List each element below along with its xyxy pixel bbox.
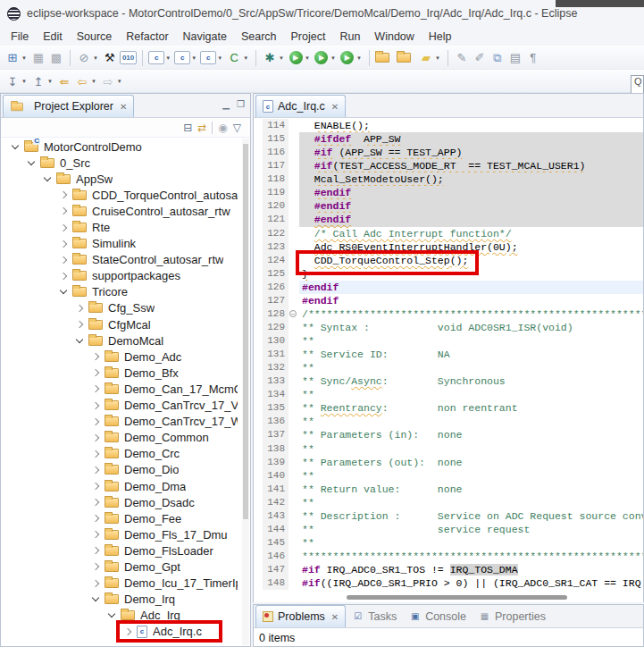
tree-item-rte[interactable]: Rte bbox=[2, 219, 238, 235]
tree-item-demo-fls-17-dmu[interactable]: Demo_Fls_17_Dmu bbox=[2, 526, 238, 542]
new-cpp-source-file-icon[interactable]: c bbox=[174, 51, 190, 64]
annotate-icon[interactable]: ✐ bbox=[472, 49, 488, 67]
marker-pen-icon[interactable]: ▰ bbox=[418, 49, 434, 67]
code-line-143[interactable]: 143** Description : Service on ADC Reque… bbox=[254, 509, 643, 523]
tree-item-demo-dio[interactable]: Demo_Dio bbox=[2, 462, 238, 478]
new-c-source-file-icon-dropdown[interactable]: ▼ bbox=[165, 55, 171, 61]
code-line-131[interactable]: 131** Service ID: NA bbox=[254, 348, 643, 361]
chevron-right-icon[interactable] bbox=[60, 256, 67, 263]
chevron-down-icon[interactable] bbox=[60, 287, 67, 294]
tree-item-demo-irq[interactable]: Demo_Irq bbox=[2, 592, 238, 608]
next-annotation-icon-dropdown[interactable]: ▼ bbox=[21, 79, 27, 84]
new-c-project-icon[interactable]: c bbox=[200, 51, 216, 64]
code-line-137[interactable]: 137** Parameters (in): none bbox=[254, 428, 643, 441]
marker-pen-icon-dropdown[interactable]: ▼ bbox=[435, 55, 440, 61]
tab-adc-irq-c[interactable]: c Adc_Irq.c ✕ bbox=[255, 95, 346, 117]
tab-properties[interactable]: ▦Properties bbox=[473, 605, 552, 627]
tree-item-cfg-ssw[interactable]: Cfg_Ssw bbox=[2, 300, 238, 316]
menu-project[interactable]: Project bbox=[284, 29, 333, 45]
back-icon[interactable]: ⇦ bbox=[74, 72, 90, 90]
chevron-right-icon[interactable] bbox=[60, 273, 67, 280]
code-line-133[interactable]: 133** Sync/Async: Synchronous bbox=[254, 374, 643, 388]
tab-console[interactable]: ▣Console bbox=[403, 605, 473, 627]
code-line-135[interactable]: 135** Reentrancy: non reentrant bbox=[254, 401, 643, 415]
chevron-right-icon[interactable] bbox=[60, 239, 67, 247]
forward-icon-dropdown[interactable]: ▼ bbox=[117, 79, 122, 84]
menu-window[interactable]: Window bbox=[367, 29, 421, 45]
code-line-132[interactable]: 132** bbox=[254, 361, 643, 374]
tree-item-0-src[interactable]: 0_Src bbox=[2, 155, 238, 171]
tree-item-supportpackages[interactable]: supportpackages bbox=[2, 268, 238, 284]
c-launch-icon-dropdown[interactable]: ▼ bbox=[243, 55, 248, 61]
tree-item-demo-flsloader[interactable]: Demo_FlsLoader bbox=[2, 542, 238, 559]
code-line-130[interactable]: 130** bbox=[254, 334, 643, 348]
chevron-right-icon[interactable] bbox=[92, 450, 99, 458]
tree-item-demo-dsadc[interactable]: Demo_Dsadc bbox=[2, 494, 238, 510]
chevron-right-icon[interactable] bbox=[92, 353, 99, 360]
chevron-right-icon[interactable] bbox=[92, 579, 99, 586]
back-icon-dropdown[interactable]: ▼ bbox=[91, 79, 96, 84]
code-line-134[interactable]: 134** bbox=[254, 388, 643, 401]
code-line-118[interactable]: 118 Mcal_SetModetoUser(); bbox=[254, 172, 643, 186]
code-line-114[interactable]: 114 ENABLE(); bbox=[254, 119, 643, 132]
debug-icon-dropdown[interactable]: ▼ bbox=[279, 55, 284, 61]
save-all-icon[interactable]: ▩ bbox=[48, 49, 64, 67]
chevron-right-icon[interactable] bbox=[76, 305, 83, 312]
menu-refactor[interactable]: Refactor bbox=[119, 29, 175, 45]
chevron-right-icon[interactable] bbox=[60, 223, 67, 231]
link-with-editor-icon[interactable]: ⇄ bbox=[197, 122, 206, 134]
menu-source[interactable]: Source bbox=[70, 29, 120, 45]
code-line-121[interactable]: 121 #endif bbox=[254, 213, 643, 226]
tree-item-cfgmcal[interactable]: CfgMcal bbox=[2, 316, 238, 332]
code-line-127[interactable]: 127#endif bbox=[254, 294, 643, 307]
tree-item-demo-cantrcv-17-v9[interactable]: Demo_CanTrcv_17_V9 bbox=[2, 398, 238, 414]
previous-annotation-icon[interactable]: ↥ bbox=[30, 72, 46, 90]
show-whitespace-icon[interactable]: ¶ bbox=[525, 49, 541, 67]
tree-item-tricore[interactable]: Tricore bbox=[2, 284, 238, 300]
tree-item-appsw[interactable]: AppSw bbox=[2, 171, 238, 187]
previous-annotation-icon-dropdown[interactable]: ▼ bbox=[47, 79, 53, 84]
chevron-right-icon[interactable] bbox=[92, 369, 99, 376]
new-cpp-source-file-icon-dropdown[interactable]: ▼ bbox=[191, 55, 197, 61]
fold-collapse-icon[interactable]: – bbox=[289, 310, 297, 317]
run-icon[interactable]: ▶ bbox=[288, 49, 304, 67]
tab-tasks[interactable]: ☑Tasks bbox=[346, 605, 403, 627]
code-line-146[interactable]: 146*************************************… bbox=[254, 550, 643, 563]
code-line-139[interactable]: 139** Parameters (out): none bbox=[254, 456, 643, 469]
view-menu-icon[interactable]: ▽ bbox=[233, 122, 241, 134]
code-line-117[interactable]: 117 #if(TEST_ACCESS_MODE_RT == TEST_MCAL… bbox=[254, 159, 643, 172]
tree-item-demo-dma[interactable]: Demo_Dma bbox=[2, 478, 238, 494]
report-page-icon[interactable]: ▤ bbox=[507, 49, 523, 67]
code-line-129[interactable]: 129** Syntax : void ADC0SR1_ISR(void) bbox=[254, 321, 643, 334]
compare-pages-icon[interactable]: ⧉ bbox=[489, 49, 506, 67]
next-annotation-icon[interactable]: ↧ bbox=[4, 72, 21, 90]
skip-breakpoints-icon-dropdown[interactable]: ▼ bbox=[93, 55, 98, 61]
tree-item-demo-bfx[interactable]: Demo_Bfx bbox=[2, 365, 238, 381]
chevron-right-icon[interactable] bbox=[92, 483, 99, 490]
collapse-all-icon[interactable]: ⊟ bbox=[183, 122, 192, 134]
new-c-project-icon-dropdown[interactable]: ▼ bbox=[217, 55, 222, 61]
code-line-140[interactable]: 140** bbox=[254, 469, 643, 483]
tree-item-demo-adc[interactable]: Demo_Adc bbox=[2, 349, 238, 365]
tree-item-demo-crc[interactable]: Demo_Crc bbox=[2, 446, 238, 462]
menu-help[interactable]: Help bbox=[422, 29, 459, 45]
chevron-right-icon[interactable] bbox=[92, 385, 99, 392]
build-icon[interactable]: ⚒ bbox=[102, 49, 118, 67]
editor-horizontal-scrollbar[interactable] bbox=[299, 593, 634, 601]
skip-breakpoints-icon[interactable]: ⊘ bbox=[76, 49, 92, 67]
close-icon[interactable]: ✕ bbox=[120, 102, 127, 112]
menu-edit[interactable]: Edit bbox=[36, 29, 70, 45]
tree-item-demo-icu-17-timerip[interactable]: Demo_Icu_17_TimerIp bbox=[2, 576, 238, 592]
menu-file[interactable]: File bbox=[4, 29, 36, 45]
tree-item-statecontrol-autosar-rtw[interactable]: StateControl_autosar_rtw bbox=[2, 252, 238, 268]
new-c-source-file-icon[interactable]: c bbox=[148, 51, 164, 64]
tree-item-motorcontroldemo[interactable]: CMotorControlDemo bbox=[2, 139, 238, 155]
chevron-right-icon[interactable] bbox=[92, 401, 99, 408]
tree-item-cdd-torquecontrol-autosar-[interactable]: CDD_TorqueControl_autosar_ bbox=[2, 187, 238, 203]
menu-run[interactable]: Run bbox=[332, 29, 367, 45]
close-icon[interactable]: ✕ bbox=[331, 102, 339, 112]
code-line-115[interactable]: 115 #ifdef APP_SW bbox=[254, 132, 643, 146]
chevron-right-icon[interactable] bbox=[92, 563, 99, 570]
tree-item-demo-can-17-mcmc[interactable]: Demo_Can_17_McmC bbox=[2, 381, 238, 397]
code-line-136[interactable]: 136** bbox=[254, 415, 643, 428]
